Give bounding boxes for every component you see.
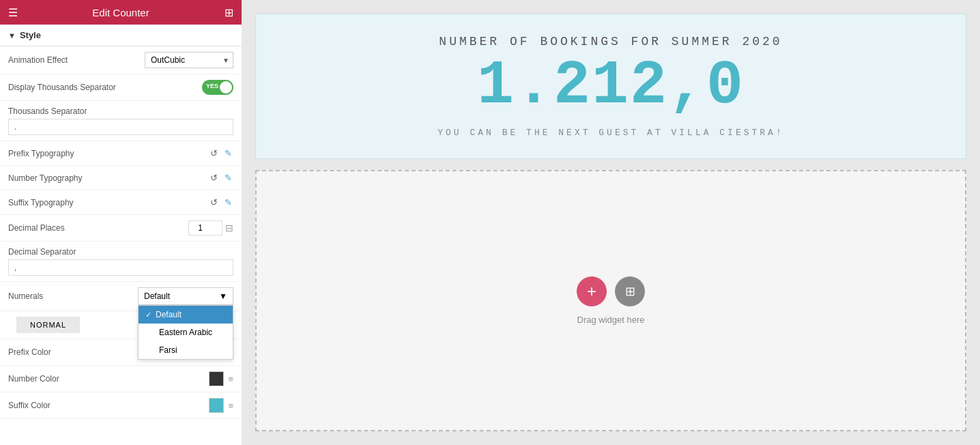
prefix-typo-refresh-btn[interactable]: ↺ — [209, 147, 219, 160]
decimal-places-label: Decimal Places — [8, 223, 65, 233]
thousands-sep-input[interactable] — [8, 119, 233, 135]
counter-widget-title: NUMBER OF BOOKINGS FOR SUMMER 2020 — [283, 35, 938, 48]
suffix-color-label: Suffix Color — [8, 401, 51, 410]
decimal-places-stepper[interactable]: ⊟ — [225, 222, 233, 233]
prefix-typo-row: Prefix Typography ↺ ✎ — [0, 141, 242, 166]
suffix-color-swatch[interactable] — [209, 398, 224, 413]
display-thousands-label: Display Thousands Separator — [8, 83, 116, 92]
number-color-swatch[interactable] — [209, 371, 224, 386]
suffix-typo-actions: ↺ ✎ — [209, 196, 233, 209]
prefix-typo-actions: ↺ ✎ — [209, 147, 233, 160]
decimal-places-wrap: ⊟ — [188, 220, 233, 235]
toggle-slider: YES — [202, 80, 233, 95]
left-panel: ☰ Edit Counter ⊞ ▼ Style Animation Effec… — [0, 0, 242, 445]
panel-title: Edit Counter — [92, 7, 149, 18]
section-style-label: Style — [20, 30, 41, 40]
numerals-row: Numerals Default ▼ ✓ Default Eastern Ara… — [0, 282, 242, 311]
suffix-color-row: Suffix Color ≡ — [0, 392, 242, 419]
display-thousands-row: Display Thousands Separator YES — [0, 74, 242, 101]
number-typo-actions: ↺ ✎ — [209, 171, 233, 184]
widget-grid-btn[interactable]: ⊞ — [615, 276, 645, 306]
suffix-typo-edit-btn[interactable]: ✎ — [223, 196, 233, 209]
toggle-yes-label: YES — [206, 83, 218, 89]
numerals-option-farsi-label: Farsi — [159, 345, 177, 355]
suffix-typo-refresh-btn[interactable]: ↺ — [209, 196, 219, 209]
prefix-typo-edit-btn[interactable]: ✎ — [223, 147, 233, 160]
numerals-option-default[interactable]: ✓ Default — [139, 306, 233, 324]
animation-effect-select[interactable]: OutCubic Linear InCubic — [145, 52, 233, 68]
animation-effect-row: Animation Effect OutCubic Linear InCubic… — [0, 46, 242, 74]
numerals-selected-value: Default — [144, 291, 170, 301]
main-area: NUMBER OF BOOKINGS FOR SUMMER 2020 1.212… — [242, 0, 980, 445]
numerals-arrow-icon: ▼ — [219, 291, 227, 301]
numerals-options-list: ✓ Default Eastern Arabic Farsi — [138, 305, 233, 360]
decimal-places-row: Decimal Places ⊟ — [0, 215, 242, 242]
animation-effect-label: Animation Effect — [8, 55, 68, 65]
grid-icon[interactable]: ⊞ — [225, 6, 233, 19]
decimal-places-input[interactable] — [188, 220, 222, 235]
number-typo-refresh-btn[interactable]: ↺ — [209, 171, 219, 184]
numerals-option-eastern-arabic-label: Eastern Arabic — [159, 328, 212, 337]
drop-zone: + ⊞ Drag widget here — [255, 170, 966, 431]
panel-header: ☰ Edit Counter ⊞ — [0, 0, 242, 25]
animation-effect-dropdown[interactable]: OutCubic Linear InCubic ▼ — [145, 52, 233, 68]
prefix-typo-label: Prefix Typography — [8, 149, 74, 158]
decimal-sep-label: Decimal Separator — [8, 242, 76, 257]
toggle-wrap: YES — [202, 80, 233, 95]
numerals-wrap: Default ▼ ✓ Default Eastern Arabic — [138, 287, 233, 305]
suffix-typo-row: Suffix Typography ↺ ✎ — [0, 190, 242, 215]
normal-button[interactable]: NORMAL — [16, 317, 80, 333]
suffix-typo-label: Suffix Typography — [8, 198, 74, 207]
counter-widget-preview: NUMBER OF BOOKINGS FOR SUMMER 2020 1.212… — [255, 14, 966, 159]
number-color-row: Number Color ≡ — [0, 366, 242, 392]
add-widget-btn[interactable]: + — [577, 276, 607, 306]
thousands-toggle[interactable]: YES — [202, 80, 233, 95]
drop-zone-icons: + ⊞ — [577, 276, 645, 306]
number-typo-label: Number Typography — [8, 173, 83, 183]
numerals-option-default-label: Default — [156, 310, 182, 319]
number-color-reset-btn[interactable]: ≡ — [228, 374, 233, 384]
suffix-color-reset-btn[interactable]: ≡ — [228, 401, 233, 411]
number-typo-edit-btn[interactable]: ✎ — [223, 171, 233, 184]
chevron-down-icon: ▼ — [8, 31, 16, 40]
drop-zone-text: Drag widget here — [577, 315, 645, 325]
panel-body: ▼ Style Animation Effect OutCubic Linear… — [0, 25, 242, 445]
numerals-option-eastern-arabic[interactable]: Eastern Arabic — [139, 324, 233, 341]
thousands-sep-label: Thousands Separator — [8, 101, 87, 116]
decimal-sep-input[interactable] — [8, 259, 233, 276]
decimal-sep-row: Decimal Separator — [0, 242, 242, 282]
number-typo-row: Number Typography ↺ ✎ — [0, 166, 242, 190]
numerals-select-btn[interactable]: Default ▼ — [138, 287, 233, 305]
prefix-color-label: Prefix Color — [8, 347, 51, 357]
counter-widget-number: 1.212,0 — [283, 55, 938, 117]
hamburger-icon[interactable]: ☰ — [8, 6, 18, 19]
number-color-actions: ≡ — [209, 371, 233, 386]
counter-widget-subtitle: YOU CAN BE THE NEXT GUEST AT VILLA CIEST… — [283, 128, 938, 138]
check-icon: ✓ — [145, 311, 152, 319]
number-color-label: Number Color — [8, 374, 59, 384]
suffix-color-actions: ≡ — [209, 398, 233, 413]
numerals-label: Numerals — [8, 291, 43, 301]
section-style: ▼ Style — [0, 25, 242, 46]
numerals-option-farsi[interactable]: Farsi — [139, 341, 233, 359]
thousands-sep-row: Thousands Separator — [0, 101, 242, 141]
